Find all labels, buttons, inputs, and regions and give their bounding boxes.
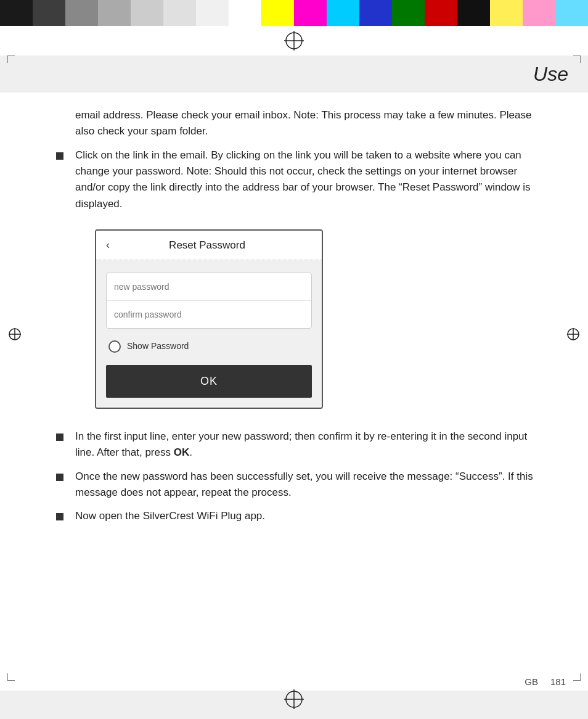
intro-paragraph: email address. Please check your email i… (75, 107, 545, 140)
swatch-dark-gray (33, 0, 65, 26)
svg-rect-13 (56, 513, 63, 520)
bullet-icon-2 (55, 430, 69, 446)
swatch-light-yellow (490, 0, 523, 26)
phone-mockup-container: ‹ Reset Password Show Password OK (55, 220, 545, 419)
footer-page-number: 181 (550, 676, 566, 687)
reg-marks-top (0, 26, 588, 55)
page-footer: GB 181 (525, 676, 566, 687)
ok-button[interactable]: OK (106, 365, 312, 398)
ok-bold: OK (174, 446, 190, 458)
swatch-white (229, 0, 262, 26)
swatch-lighter-gray (163, 0, 196, 26)
swatch-light-gray1 (98, 0, 131, 26)
swatch-cyan (327, 0, 359, 26)
corner-mark-bottom-right (566, 666, 581, 683)
bullet-icon-3 (55, 470, 69, 487)
swatch-light-cyan (555, 0, 588, 26)
phone-body: Show Password OK (96, 260, 322, 408)
section-title: Use (533, 63, 568, 86)
swatch-light-gray2 (131, 0, 163, 26)
corner-mark-top-right (566, 55, 581, 73)
show-password-radio[interactable] (108, 340, 121, 353)
color-bar (0, 0, 588, 26)
phone-header: ‹ Reset Password (96, 231, 322, 260)
main-content: email address. Please check your email i… (0, 92, 588, 526)
bullet-text-4: Now open the SilverCrest WiFi Plug app. (75, 508, 545, 524)
corner-mark-bottom-left (7, 666, 22, 683)
swatch-yellow (262, 0, 295, 26)
phone-screen-title: Reset Password (117, 237, 297, 253)
swatch-red (425, 0, 457, 26)
bullet-item-2: In the first input line, enter your new … (55, 429, 545, 461)
bullet-item-3: Once the new password has been successfu… (55, 469, 545, 501)
phone-mockup: ‹ Reset Password Show Password OK (95, 229, 323, 409)
show-password-row: Show Password (106, 337, 312, 355)
svg-rect-12 (56, 474, 63, 481)
confirm-password-input[interactable] (107, 301, 311, 328)
swatch-green (392, 0, 425, 26)
swatch-mid-gray (65, 0, 98, 26)
bullet-icon-4 (55, 510, 69, 526)
bullet-list: Click on the link in the email. By click… (55, 147, 545, 526)
svg-rect-9 (56, 152, 63, 160)
corner-mark-mid-right (566, 327, 581, 344)
bullet-item-4: Now open the SilverCrest WiFi Plug app. (55, 508, 545, 526)
swatch-light-pink (523, 0, 555, 26)
bullet-text-2: In the first input line, enter your new … (75, 429, 545, 461)
show-password-label: Show Password (127, 340, 189, 353)
new-password-input[interactable] (107, 273, 311, 300)
swatch-black (0, 0, 33, 26)
bullet-text-3: Once the new password has been successfu… (75, 469, 545, 501)
swatch-blue (359, 0, 392, 26)
corner-mark-mid-left (7, 327, 22, 344)
bullet-item-1: Click on the link in the email. By click… (55, 147, 545, 212)
bullet-icon-1 (55, 149, 69, 165)
password-input-group (106, 273, 312, 329)
swatch-black2 (457, 0, 490, 26)
back-button[interactable]: ‹ (106, 237, 110, 253)
bullet-text-1: Click on the link in the email. By click… (75, 147, 545, 212)
section-header: Use (0, 55, 588, 92)
corner-mark-top-left (7, 55, 22, 73)
footer-country: GB (525, 676, 538, 687)
svg-rect-11 (56, 433, 63, 441)
reg-marks-bottom (0, 688, 588, 710)
swatch-magenta (294, 0, 327, 26)
swatch-near-white (196, 0, 229, 26)
